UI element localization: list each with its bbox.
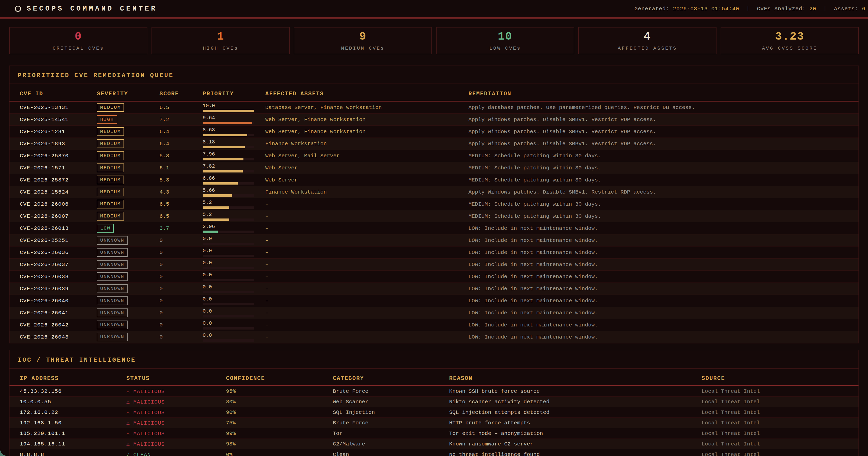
priority-cell: 0.0: [203, 283, 265, 295]
priority-value: 0.0: [203, 236, 265, 241]
score-cell: 3.7: [159, 222, 203, 234]
severity-badge: UNKNOWN: [97, 260, 128, 269]
cve-id: CVE-2026-1893: [20, 141, 65, 147]
remediation-text: MEDIUM: Schedule patching within 30 days…: [468, 201, 601, 207]
col-confidence: CONFIDENCE: [226, 369, 333, 386]
cve-id: CVE-2026-26041: [20, 310, 68, 316]
affected-assets-cell: Web Server: [265, 162, 468, 174]
remediation-cell: LOW: Include in next maintenance window.: [468, 295, 859, 307]
remediation-text: LOW: Include in next maintenance window.: [468, 274, 598, 280]
severity-badge: UNKNOWN: [97, 320, 128, 329]
priority-bar-track: [203, 182, 254, 184]
remediation-text: MEDIUM: Schedule patching within 30 days…: [468, 153, 601, 159]
status-cell: ⚠ MALICIOUS: [126, 397, 226, 407]
severity-cell: MEDIUM: [97, 150, 159, 162]
priority-bar-track: [203, 122, 254, 124]
reason-text: Nikto scanner activity detected: [449, 399, 550, 405]
cve-row: CVE-2026-26006MEDIUM6.55.2–MEDIUM: Sched…: [9, 198, 859, 210]
score-cell: 0: [159, 295, 203, 307]
confidence-cell: 90%: [226, 407, 333, 418]
score-cell: 6.4: [159, 126, 203, 138]
priority-bar-track: [203, 339, 254, 342]
ip-address: 172.16.0.22: [20, 409, 58, 416]
card-label: CRITICAL CVEs: [53, 46, 104, 51]
remediation-cell: MEDIUM: Schedule patching within 30 days…: [468, 210, 859, 222]
priority-bar-fill: [203, 231, 218, 233]
affected-assets: –: [265, 286, 269, 292]
remediation-cell: LOW: Include in next maintenance window.: [468, 331, 859, 343]
severity-badge: MEDIUM: [97, 212, 124, 221]
status-value: ⚠ MALICIOUS: [126, 420, 165, 426]
remediation-text: Apply database patches. Use parameterize…: [468, 105, 695, 111]
severity-badge: LOW: [97, 224, 114, 233]
score-cell: 5.3: [159, 174, 203, 186]
priority-value: 7.96: [203, 152, 265, 157]
col-reason: REASON: [449, 369, 702, 386]
status-cell: ⚠ MALICIOUS: [126, 428, 226, 439]
cve-id: CVE-2026-26043: [20, 334, 68, 340]
status-value: ⚠ MALICIOUS: [126, 399, 165, 405]
cve-id: CVE-2025-13431: [20, 105, 68, 111]
score-cell: 0: [159, 283, 203, 295]
status-value: ⚠ MALICIOUS: [126, 441, 165, 447]
priority-cell: 0.0: [203, 271, 265, 283]
ip-address: 8.8.8.8: [20, 452, 44, 456]
remediation-text: MEDIUM: Schedule patching within 30 days…: [468, 177, 601, 183]
remediation-cell: LOW: Include in next maintenance window.: [468, 247, 859, 259]
remediation-cell: MEDIUM: Schedule patching within 30 days…: [468, 162, 859, 174]
priority-cell: 5.2: [203, 210, 265, 222]
remediation-cell: MEDIUM: Schedule patching within 30 days…: [468, 174, 859, 186]
affected-assets-cell: –: [265, 331, 468, 343]
ioc-threat-intel-panel: IOC / THREAT INTELLIGENCE IP ADDRESS STA…: [9, 350, 859, 456]
severity-cell: MEDIUM: [97, 210, 159, 222]
cve-row: CVE-2026-26037UNKNOWN00.0–LOW: Include i…: [9, 259, 859, 271]
cve-id-cell: CVE-2026-26037: [9, 259, 97, 271]
cve-id-cell: CVE-2026-26039: [9, 283, 97, 295]
category-value: C2/Malware: [333, 441, 365, 447]
cve-id-cell: CVE-2026-26006: [9, 198, 97, 210]
assets-value: 6: [862, 6, 865, 12]
priority-value: 0.0: [203, 273, 265, 278]
affected-assets: Web Server: [265, 165, 298, 171]
card-label: HIGH CVEs: [203, 46, 239, 51]
ip-address: 10.0.0.55: [20, 399, 51, 405]
affected-assets: –: [265, 322, 269, 328]
cve-id: CVE-2026-1231: [20, 129, 65, 135]
cve-id: CVE-2026-26036: [20, 250, 68, 256]
affected-assets-cell: Web Server: [265, 174, 468, 186]
affected-assets-cell: Finance Workstation: [265, 186, 468, 198]
priority-cell: 7.96: [203, 150, 265, 162]
remediation-text: LOW: Include in next maintenance window.: [468, 262, 598, 267]
source-cell: Local Threat Intel: [702, 418, 859, 428]
cve-id: CVE-2026-26040: [20, 298, 68, 304]
priority-bar-fill: [203, 194, 231, 197]
cve-row: CVE-2026-26042UNKNOWN00.0–LOW: Include i…: [9, 319, 859, 331]
cve-id: CVE-2026-26038: [20, 274, 68, 280]
severity-badge: MEDIUM: [97, 164, 124, 172]
reason-cell: Known ransomware C2 server: [449, 439, 702, 449]
remediation-text: LOW: Include in next maintenance window.: [468, 322, 598, 328]
priority-bar-track: [203, 158, 254, 161]
severity-cell: MEDIUM: [97, 138, 159, 150]
remediation-text: Apply Windows patches. Disable SMBv1. Re…: [468, 141, 656, 147]
priority-bar-fill: [203, 146, 245, 148]
affected-assets-cell: –: [265, 283, 468, 295]
affected-assets: Web Server, Mail Server: [265, 153, 340, 159]
ip-address-cell: 172.16.0.22: [9, 407, 126, 418]
score-cell: 5.8: [159, 150, 203, 162]
category-value: Clean: [333, 452, 349, 456]
affected-assets: Database Server, Finance Workstation: [265, 105, 382, 111]
priority-cell: 0.0: [203, 331, 265, 343]
category-cell: Tor: [333, 428, 449, 439]
col-remediation: REMEDIATION: [468, 84, 859, 101]
remediation-cell: LOW: Include in next maintenance window.: [468, 259, 859, 271]
affected-assets: Web Server, Finance Workstation: [265, 129, 366, 135]
severity-cell: MEDIUM: [97, 162, 159, 174]
card-value: 9: [359, 30, 367, 43]
card-label: AVG CVSS SCORE: [762, 46, 817, 51]
col-category: CATEGORY: [333, 369, 449, 386]
affected-assets: –: [265, 237, 269, 244]
warning-triangle-icon: ⚠: [126, 410, 133, 416]
remediation-text: Apply Windows patches. Disable SMBv1. Re…: [468, 189, 656, 195]
card-value: 3.23: [775, 30, 804, 43]
